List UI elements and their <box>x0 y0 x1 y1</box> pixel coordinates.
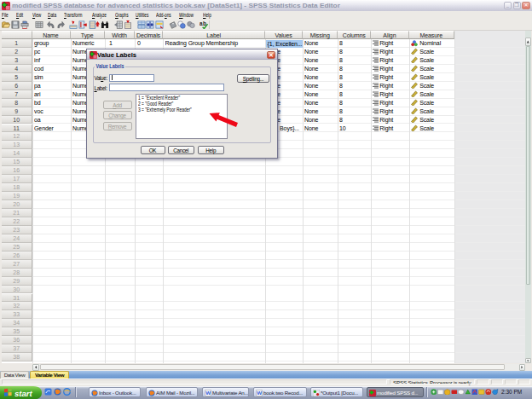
svg-text:start: start <box>14 388 32 397</box>
svg-text:W: W <box>257 390 262 396</box>
svg-text:W: W <box>205 390 211 396</box>
